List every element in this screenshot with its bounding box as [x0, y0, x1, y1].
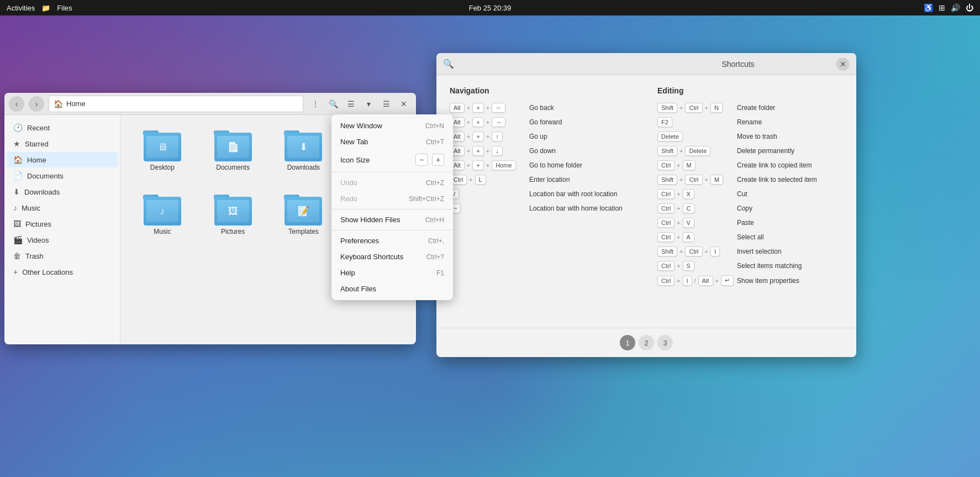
shortcut-keys-create-link-selected: Shift + Ctrl + M	[657, 175, 735, 185]
menu-item-keyboard-shortcuts[interactable]: Keyboard Shortcuts Ctrl+?	[331, 249, 453, 265]
sidebar-item-home[interactable]: 🏠 Home	[7, 152, 118, 167]
activities-button[interactable]: Activities	[7, 4, 35, 12]
shortcuts-close-button[interactable]: ✕	[836, 57, 850, 71]
page-button-2[interactable]: 2	[639, 335, 654, 350]
key-right-arrow: →	[492, 117, 505, 127]
menu-help-label: Help	[340, 269, 355, 277]
path-home-icon: 🏠	[54, 99, 63, 108]
shortcut-keys-go-back: Alt + + + ←	[450, 103, 527, 113]
sidebar-item-pictures[interactable]: 🖼 Pictures	[7, 216, 118, 232]
recent-icon: 🕐	[13, 123, 23, 132]
sidebar-videos-label: Videos	[27, 236, 49, 244]
sidebar-documents-label: Documents	[27, 172, 64, 180]
folder-name-documents: Documents	[216, 164, 250, 171]
key-v: V	[683, 218, 694, 228]
shortcut-keys-copy: Ctrl + C	[657, 203, 735, 213]
close-window-button[interactable]: ✕	[396, 96, 412, 112]
icon-size-increase-button[interactable]: +	[432, 154, 444, 166]
shortcut-action-go-back: Go back	[529, 104, 635, 112]
view-list-button[interactable]: ☰	[343, 96, 359, 112]
downloads-icon: ⬇	[13, 187, 20, 196]
trash-icon: 🗑	[13, 251, 21, 260]
folder-item-music[interactable]: ♪ Music	[129, 188, 196, 240]
folder-name-downloads: Downloads	[287, 164, 320, 171]
menu-dots-button[interactable]: ⋮	[308, 96, 323, 112]
folder-name-music: Music	[154, 228, 171, 235]
page-button-1[interactable]: 1	[620, 335, 635, 350]
menu-item-about[interactable]: About Files	[331, 281, 453, 297]
key-x: X	[683, 189, 694, 199]
menu-undo-label: Undo	[340, 179, 357, 187]
folder-item-pictures[interactable]: 🖼 Pictures	[200, 188, 266, 240]
shortcut-action-go-up: Go up	[529, 133, 635, 140]
menu-item-new-window[interactable]: New Window Ctrl+N	[331, 118, 453, 134]
other-locations-icon: +	[13, 268, 18, 276]
page-button-3[interactable]: 3	[657, 335, 673, 350]
shortcut-row-enter-location: Ctrl + L Enter location	[450, 175, 635, 185]
menu-item-preferences[interactable]: Preferences Ctrl+,	[331, 233, 453, 249]
menu-separator-1	[331, 172, 453, 172]
shortcut-keys-go-down: Alt + + + ↓	[450, 146, 527, 156]
power-icon: ⏻	[966, 3, 973, 12]
shortcut-row-home-location: ~ Location bar with home location	[450, 203, 635, 213]
sidebar-item-music[interactable]: ♪ Music	[7, 200, 118, 216]
files-icon: 📁	[41, 4, 50, 12]
menu-show-hidden-shortcut: Ctrl+H	[425, 216, 444, 224]
back-button[interactable]: ‹	[9, 96, 24, 112]
shortcut-keys-create-link-copied: Ctrl + M	[657, 160, 735, 170]
shortcut-action-create-folder: Create folder	[737, 104, 843, 112]
folder-name-desktop: Desktop	[150, 164, 175, 171]
shortcut-row-create-folder: Shift + Ctrl + N Create folder	[657, 103, 843, 113]
menu-item-show-hidden[interactable]: Show Hidden Files Ctrl+H	[331, 212, 453, 228]
menu-item-help[interactable]: Help F1	[331, 265, 453, 281]
shortcut-keys-home-location: ~	[450, 203, 527, 213]
sidebar-item-other-locations[interactable]: + Other Locations	[7, 264, 118, 280]
shortcut-action-invert-selection: Invert selection	[737, 248, 843, 255]
shortcut-action-paste: Paste	[737, 219, 843, 227]
key-ctrl-ls: Ctrl	[685, 175, 702, 185]
key-f2: F2	[657, 117, 672, 127]
network-icon: ⊞	[939, 3, 945, 12]
sidebar-item-downloads[interactable]: ⬇ Downloads	[7, 184, 118, 200]
sidebar-item-recent[interactable]: 🕐 Recent	[7, 120, 118, 135]
view-toggle-button[interactable]: ▾	[361, 96, 376, 112]
search-button[interactable]: 🔍	[325, 96, 341, 112]
key-m: M	[683, 160, 696, 170]
folder-item-desktop[interactable]: 🖥 Desktop	[129, 124, 196, 184]
forward-button[interactable]: ›	[29, 96, 44, 112]
sidebar-item-documents[interactable]: 📄 Documents	[7, 168, 118, 184]
app-name: Files	[57, 4, 72, 12]
key-delete-perm: Delete	[685, 146, 710, 156]
key-delete-trash: Delete	[657, 132, 683, 141]
folder-item-documents[interactable]: 📄 Documents	[200, 124, 266, 184]
shortcut-action-select-all: Select all	[737, 233, 843, 241]
sidebar-item-starred[interactable]: ★ Starred	[7, 136, 118, 151]
shortcut-row-move-trash: Delete Move to trash	[657, 132, 843, 141]
key-m-ls: M	[710, 175, 723, 185]
shortcut-keys-go-up: Alt + + + ↑	[450, 132, 527, 141]
shortcut-row-paste: Ctrl + V Paste	[657, 218, 843, 228]
icon-size-decrease-button[interactable]: −	[415, 154, 428, 166]
shortcut-action-go-down: Go down	[529, 147, 635, 155]
view-options-button[interactable]: ☰	[378, 96, 394, 112]
menu-preferences-shortcut: Ctrl+,	[428, 237, 444, 245]
documents-icon: 📄	[13, 171, 23, 180]
shortcut-keys-cut: Ctrl + X	[657, 189, 735, 199]
sidebar-item-videos[interactable]: 🎬 Videos	[7, 232, 118, 248]
sidebar-item-trash[interactable]: 🗑 Trash	[7, 248, 118, 264]
menu-item-new-tab[interactable]: New Tab Ctrl+T	[331, 134, 453, 150]
key-shift-is: Shift	[657, 247, 677, 256]
file-manager-titlebar: ‹ › 🏠 Home ⋮ 🔍 ☰ ▾ ☰ ✕	[4, 93, 416, 115]
shortcuts-pagination: 1 2 3	[436, 328, 856, 357]
folder-item-downloads[interactable]: ⬇ Downloads	[271, 124, 337, 184]
shortcut-keys-paste: Ctrl + V	[657, 218, 735, 228]
shortcut-action-copy: Copy	[737, 205, 843, 212]
shortcuts-body: Navigation Alt + + + ← Go back Alt + + +…	[436, 75, 856, 328]
folder-item-templates[interactable]: 📝 Templates	[271, 188, 337, 240]
shortcut-keys-enter-location: Ctrl + L	[450, 175, 527, 185]
menu-redo-shortcut: Shift+Ctrl+Z	[409, 195, 444, 203]
shortcut-row-go-back: Alt + + + ← Go back	[450, 103, 635, 113]
shortcut-action-show-properties: Show item properties	[737, 277, 843, 285]
key-shift-cf: Shift	[657, 103, 677, 113]
shortcuts-search-icon: 🔍	[443, 59, 454, 69]
